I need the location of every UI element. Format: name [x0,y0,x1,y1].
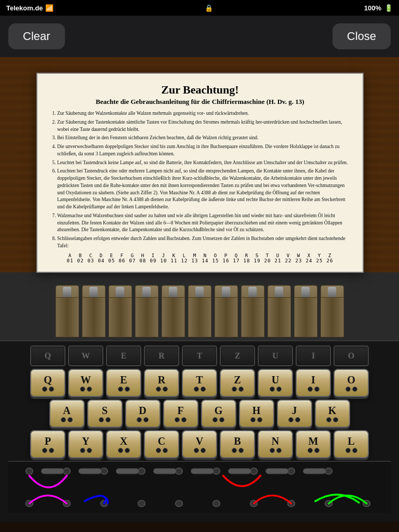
key-C[interactable]: C [144,430,179,458]
instruction-item-4: Die unverwechselbaren doppelpoligen Stec… [57,143,351,158]
svg-point-0 [26,468,33,474]
instruction-item-7: Walzenachse und Walzenbuchsen sind saube… [57,212,351,234]
rotor-7-knob [222,287,230,297]
battery-icon: 🔋 [384,4,393,12]
instruction-item-2: Zur Säuberung der Tastenkontakte sämtlic… [57,119,351,134]
svg-rect-21 [116,468,139,474]
instruction-item-3: Bei Einstellung der in den Fenstern sich… [57,135,351,142]
lamp-row: Q W E R T Z U I O [5,345,394,366]
key-F[interactable]: F [163,400,198,428]
key-N[interactable]: N [258,430,293,458]
rotor-8[interactable] [241,285,264,337]
svg-point-13 [176,500,183,507]
svg-rect-20 [78,468,101,474]
rotors-area: .rotors-area { justify-content: center; … [0,272,399,340]
svg-point-12 [138,500,145,507]
lamp-E: E [106,345,141,366]
key-H[interactable]: H [239,400,274,428]
instruction-item-6: Leuchten bei Tastendruck eine oder mehre… [57,168,351,211]
wifi-icon: 📶 [45,4,54,12]
instruction-item-5: Leuchtet bei Tastendruck keine Lampe auf… [57,159,351,167]
key-Y[interactable]: Y [68,430,103,458]
rotor-11-knob [328,287,336,297]
letter-number-table: ABCDE FGHIJ KLMNO PQRST UVWXYZ 010203040… [49,253,351,263]
carrier-info: Telekom.de 📶 [6,4,54,12]
rotor-3[interactable] [109,285,132,337]
key-G[interactable]: G [201,400,236,428]
key-Q[interactable]: Q [30,369,65,397]
number-row: 0102030405 0607080910 1112131415 1617181… [49,258,351,263]
letter-row: ABCDE FGHIJ KLMNO PQRST UVWXYZ [49,253,351,258]
key-U[interactable]: U [258,369,293,397]
rotor-2-body [83,297,105,337]
key-E[interactable]: E [106,369,141,397]
key-I[interactable]: I [296,369,331,397]
rotor-9[interactable] [268,285,291,337]
lock-icon: 🔒 [205,4,213,12]
clear-button[interactable]: Clear [8,23,65,49]
instruction-item-8: Schlüsselangaben erfolgen entweder durch… [57,235,351,250]
rotor-11[interactable] [321,285,344,337]
rotor-9-knob [275,287,283,297]
key-R[interactable]: R [144,369,179,397]
instruction-list: Zur Säuberung der Walzenkontakte alle Wa… [49,110,351,250]
key-B[interactable]: B [220,430,255,458]
svg-rect-24 [228,468,251,474]
key-J[interactable]: J [277,400,312,428]
rotor-2[interactable] [82,285,105,337]
key-O[interactable]: O [334,369,369,397]
key-Z[interactable]: Z [220,369,255,397]
key-A[interactable]: A [49,400,85,428]
rotor-1-body [56,297,78,337]
svg-rect-26 [303,468,326,474]
lamp-I: I [296,345,331,366]
status-right: 100% 🔋 [364,4,393,12]
rotor-1-knob [63,287,71,297]
rotor-3-knob [116,287,124,297]
key-M[interactable]: M [296,430,331,458]
keyboard-row-1: Q W E R T Z U I O [5,369,394,397]
card-subtitle: Beachte die Gebrauchsanleitung für die C… [49,98,351,106]
rotor-4[interactable] [135,285,158,337]
keyboard-row-3: P Y X C V B N M L [5,430,394,458]
key-S[interactable]: S [87,400,123,428]
close-button[interactable]: Close [332,23,391,49]
key-T[interactable]: T [182,369,217,397]
rotor-7[interactable] [215,285,238,337]
lamp-W: W [68,345,103,366]
status-bar: Telekom.de 📶 🔒 100% 🔋 [0,0,399,16]
rotor-8-knob [248,287,257,297]
rotor-6[interactable] [188,285,211,337]
svg-point-14 [213,500,220,507]
svg-rect-25 [265,468,288,474]
rotor-7-body [215,297,237,337]
rotor-10[interactable] [294,285,317,337]
keyboard-panel: .keyboard-panel { position: absolute; to… [0,340,399,522]
main-area: Zur Beachtung! Beachte die Gebrauchsanle… [0,57,399,522]
key-V[interactable]: V [182,430,217,458]
key-D[interactable]: D [125,400,161,428]
top-bar: Clear Close [0,16,399,57]
key-X[interactable]: X [106,430,141,458]
svg-rect-23 [191,468,214,474]
plugboard-panel: .socket { fill: #333; stroke: #555; stro… [8,461,391,513]
key-W[interactable]: W [68,369,103,397]
rotor-4-body [136,297,158,337]
rotor-3-body [109,297,131,337]
key-K[interactable]: K [315,400,350,428]
rotor-5[interactable] [162,285,185,337]
rotor-11-body [321,297,343,337]
battery-level: 100% [364,4,381,12]
lamp-U: U [258,345,293,366]
rotor-10-knob [301,287,310,297]
key-L[interactable]: L [334,430,369,458]
rotor-4-knob [142,287,151,297]
carrier-name: Telekom.de [6,4,43,12]
rotor-10-body [295,297,317,337]
plugboard-connections: .socket { fill: #333; stroke: #555; stro… [8,462,391,513]
rotor-1[interactable] [56,285,79,337]
key-P[interactable]: P [30,430,65,458]
rotor-8-body [242,297,264,337]
enigma-machine-body: .rotors-area { justify-content: center; … [0,272,399,522]
rotor-2-knob [89,287,98,297]
